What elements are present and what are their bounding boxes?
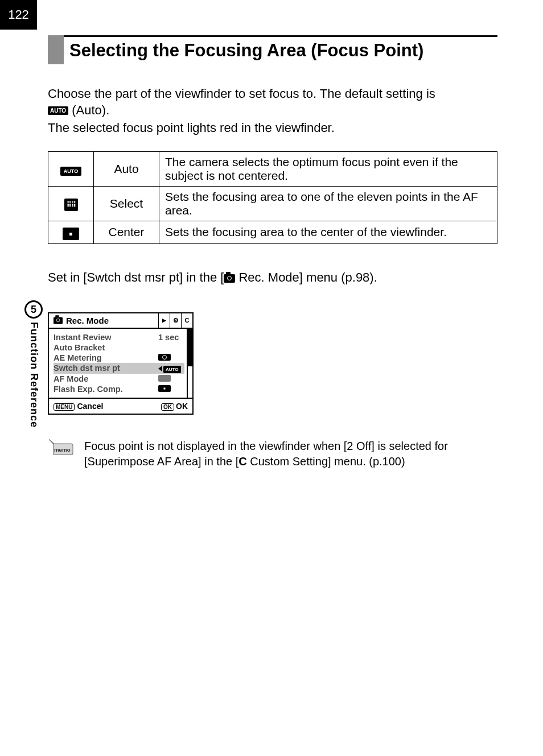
table-row: ⠿⠿ Select Sets the focusing area to one …: [48, 186, 497, 221]
set-in-line: Set in [Swtch dst msr pt] in the [ Rec. …: [48, 270, 497, 285]
memo-line2c: Custom Setting] menu. (p.100): [247, 455, 405, 468]
side-chapter-number: 5: [24, 300, 43, 319]
lcd-row-value: [155, 385, 184, 394]
lcd-list: Instant Review 1 sec Auto Bracket AE Met…: [49, 329, 187, 398]
set-in-prefix: Set in [Swtch dst msr pt] in the [: [48, 270, 224, 284]
lcd-row-label: AF Mode: [54, 374, 88, 383]
lcd-row-value: [155, 353, 184, 362]
lcd-title: Rec. Mode: [66, 316, 109, 325]
lcd-body: Instant Review 1 sec Auto Bracket AE Met…: [49, 329, 192, 398]
af-mode-icon: [158, 375, 171, 382]
lcd-scrollbar-thumb: [188, 329, 192, 367]
camera-icon: [224, 274, 235, 283]
lcd-tab-play: ▶: [158, 313, 170, 328]
lcd-row-auto-bracket: Auto Bracket: [54, 342, 184, 353]
ok-tag-icon: OK: [161, 403, 174, 411]
lcd-row-value: 1 sec: [155, 333, 184, 342]
content-area: Selecting the Focusing Area (Focus Point…: [48, 30, 497, 469]
memo-c-bold: C: [238, 455, 246, 468]
flash-comp-icon: [158, 385, 171, 392]
memo-text: Focus point is not displayed in the view…: [84, 439, 448, 469]
lcd-row-label: Swtch dst msr pt: [54, 363, 120, 373]
option-name: Auto: [94, 151, 159, 186]
select-badge-icon: ⠿⠿: [64, 199, 78, 211]
page: 122 5 Function Reference Selecting the F…: [0, 0, 543, 756]
lcd-row-swtch-dst-msr-pt: Swtch dst msr pt AUTO: [54, 363, 184, 374]
section-heading: Selecting the Focusing Area (Focus Point…: [48, 35, 497, 64]
lcd-row-value: AUTO: [155, 363, 184, 373]
cancel-label: Cancel: [77, 402, 103, 411]
table-row: Center Sets the focusing area to the cen…: [48, 221, 497, 243]
lcd-row-label: Instant Review: [54, 333, 112, 342]
lcd-row-value: [155, 374, 184, 383]
menu-tag-icon: MENU: [54, 403, 75, 411]
lcd-row-ae-metering: AE Metering: [54, 353, 184, 363]
option-desc: Sets the focusing area to the center of …: [159, 221, 497, 243]
center-badge-icon: [63, 228, 79, 240]
lcd-inactive-tabs: ▶ ⚙ C: [158, 313, 192, 328]
lcd-active-tab: Rec. Mode: [49, 313, 158, 328]
lcd-tab-bar: Rec. Mode ▶ ⚙ C: [49, 313, 192, 329]
section-marker: [48, 35, 64, 64]
lcd-footer-ok: OKOK: [161, 402, 188, 411]
lcd-row-label: Auto Bracket: [54, 343, 105, 352]
option-name: Select: [94, 186, 159, 221]
left-arrow-icon: [158, 366, 162, 371]
table-row: AUTO Auto The camera selects the optimum…: [48, 151, 497, 186]
focus-options-table: AUTO Auto The camera selects the optimum…: [48, 151, 497, 244]
memo-tag-text: memo: [54, 446, 71, 452]
option-icon-center: [48, 221, 94, 243]
memo-badge-icon: memo: [48, 439, 74, 458]
memo-callout: memo Focus point is not displayed in the…: [48, 439, 497, 469]
page-number: 122: [0, 0, 37, 30]
lcd-tab-setup: ⚙: [170, 313, 181, 328]
option-desc: Sets the focusing area to one of the ele…: [159, 186, 497, 221]
metering-icon: [158, 354, 171, 361]
lcd-row-instant-review: Instant Review 1 sec: [54, 332, 184, 342]
section-title: Selecting the Focusing Area (Focus Point…: [64, 35, 497, 64]
intro-paragraph-1: Choose the part of the viewfinder to set…: [48, 86, 497, 118]
option-icon-select: ⠿⠿: [48, 186, 94, 221]
side-chapter-label: Function Reference: [28, 322, 40, 428]
auto-icon: AUTO: [48, 106, 68, 115]
intro-line1: Choose the part of the viewfinder to set…: [48, 86, 435, 101]
memo-line2a: [Superimpose AF Area] in the [: [84, 455, 238, 468]
option-desc: The camera selects the optimum focus poi…: [159, 151, 497, 186]
set-in-menu: Rec. Mode] menu (p.98).: [235, 270, 377, 284]
lcd-tab-custom: C: [181, 313, 192, 328]
camera-icon: [54, 317, 63, 324]
intro-paragraph-2: The selected focus point lights red in t…: [48, 119, 497, 137]
option-icon-auto: AUTO: [48, 151, 94, 186]
auto-icon: AUTO: [163, 366, 181, 373]
auto-badge-icon: AUTO: [60, 167, 81, 176]
ok-label: OK: [176, 402, 188, 411]
lcd-footer: MENUCancel OKOK: [49, 398, 192, 414]
intro-auto-label: (Auto).: [68, 103, 109, 117]
lcd-footer-cancel: MENUCancel: [54, 402, 103, 411]
lcd-scrollbar: [187, 329, 192, 398]
memo-line1: Focus point is not displayed in the view…: [84, 440, 448, 452]
option-name: Center: [94, 221, 159, 243]
lcd-menu-screenshot: Rec. Mode ▶ ⚙ C Instant Review 1 sec Aut…: [48, 312, 194, 415]
lcd-row-label: Flash Exp. Comp.: [54, 385, 123, 394]
lcd-row-af-mode: AF Mode: [54, 374, 184, 384]
side-chapter-tab: 5 Function Reference: [24, 300, 43, 428]
lcd-row-label: AE Metering: [54, 353, 102, 362]
lcd-row-flash-exp-comp: Flash Exp. Comp.: [54, 384, 184, 394]
